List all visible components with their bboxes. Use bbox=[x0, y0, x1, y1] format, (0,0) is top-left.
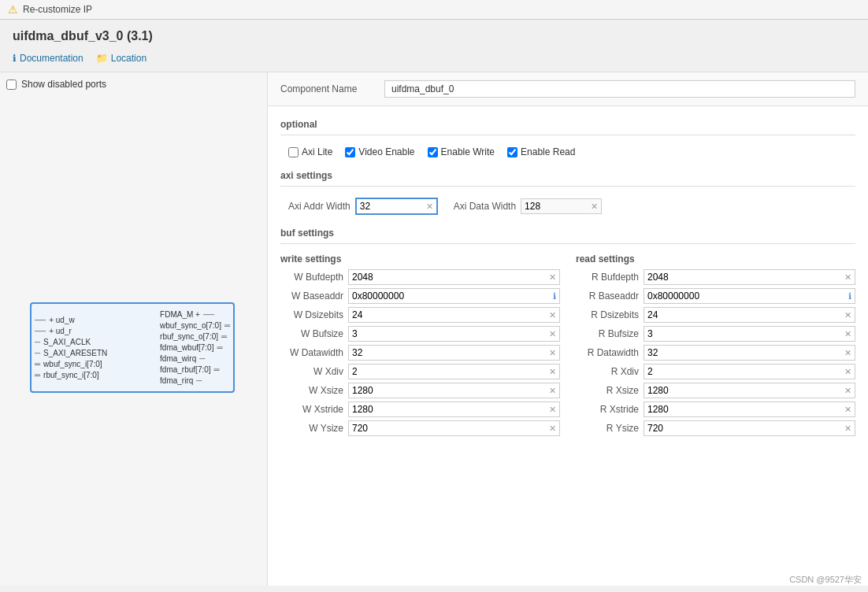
r-bufsize-input[interactable] bbox=[647, 328, 841, 339]
axi-lite-checkbox[interactable] bbox=[288, 147, 299, 157]
w-ysize-label: W Ysize bbox=[280, 423, 343, 434]
r-bufsize-label: R Bufsize bbox=[576, 328, 639, 339]
r-xdiv-input[interactable] bbox=[647, 366, 841, 377]
w-ysize-input-wrapper: ✕ bbox=[348, 420, 560, 436]
w-baseaddr-input[interactable] bbox=[352, 290, 550, 302]
r-xdiv-input-wrapper: ✕ bbox=[644, 364, 855, 379]
r-xdiv-row: R Xdiv ✕ bbox=[576, 364, 855, 379]
w-dsizebits-row: W Dsizebits ✕ bbox=[280, 307, 560, 323]
w-bufdepth-input-wrapper: ✕ bbox=[348, 269, 560, 285]
r-xsize-input[interactable] bbox=[647, 385, 841, 396]
axi-addr-width-group: Axi Addr Width ✕ bbox=[288, 198, 438, 215]
r-xstride-input[interactable] bbox=[647, 404, 841, 415]
r-baseaddr-info[interactable]: ℹ bbox=[848, 291, 851, 302]
r-ysize-input[interactable] bbox=[647, 423, 841, 434]
info-icon: ℹ bbox=[13, 53, 17, 64]
w-baseaddr-label: W Baseaddr bbox=[280, 290, 343, 302]
enable-write-checkbox[interactable] bbox=[428, 147, 438, 157]
w-bufsize-input[interactable] bbox=[352, 328, 546, 339]
r-bufdepth-clear[interactable]: ✕ bbox=[844, 272, 851, 283]
component-name-bar: Component Name bbox=[268, 72, 868, 106]
w-dsizebits-input[interactable] bbox=[352, 309, 546, 320]
w-ysize-clear[interactable]: ✕ bbox=[549, 424, 556, 434]
header: uifdma_dbuf_v3_0 (3.1) ℹ Documentation 📁… bbox=[0, 20, 868, 72]
r-xsize-clear[interactable]: ✕ bbox=[844, 386, 851, 396]
axi-settings-section-header: axi settings bbox=[280, 165, 855, 187]
enable-read-checkbox[interactable] bbox=[507, 147, 517, 157]
r-datawidth-input[interactable] bbox=[647, 347, 841, 358]
r-bufsize-clear[interactable]: ✕ bbox=[844, 329, 851, 339]
checkbox-video-enable: Video Enable bbox=[345, 146, 414, 157]
r-bufdepth-label: R Bufdepth bbox=[576, 272, 639, 283]
ip-location-link[interactable]: 📁 Location bbox=[96, 53, 147, 64]
port-ud-w: ── + ud_w bbox=[35, 316, 107, 324]
port-fdma-wirq: fdma_wirq ─ bbox=[160, 354, 230, 363]
show-disabled-ports-checkbox[interactable] bbox=[6, 80, 17, 90]
write-settings-col: write settings W Bufdepth ✕ W Baseaddr ℹ bbox=[280, 253, 560, 439]
r-datawidth-clear[interactable]: ✕ bbox=[844, 348, 851, 358]
w-xstride-input[interactable] bbox=[352, 404, 546, 415]
r-dsizebits-clear[interactable]: ✕ bbox=[844, 310, 851, 320]
r-bufdepth-input-wrapper: ✕ bbox=[644, 269, 855, 285]
r-dsizebits-row: R Dsizebits ✕ bbox=[576, 307, 855, 323]
w-xdiv-label: W Xdiv bbox=[280, 366, 343, 377]
r-xstride-label: R Xstride bbox=[576, 404, 639, 415]
w-xsize-label: W Xsize bbox=[280, 385, 343, 396]
port-wbuf-sync-i: ═ wbuf_sync_i[7:0] bbox=[35, 360, 107, 368]
r-xstride-row: R Xstride ✕ bbox=[576, 401, 855, 417]
r-xdiv-clear[interactable]: ✕ bbox=[844, 367, 851, 377]
w-dsizebits-clear[interactable]: ✕ bbox=[549, 310, 556, 320]
w-bufdepth-label: W Bufdepth bbox=[280, 272, 343, 283]
r-baseaddr-row: R Baseaddr ℹ bbox=[576, 288, 855, 304]
axi-settings-row: Axi Addr Width ✕ Axi Data Width ✕ bbox=[280, 193, 855, 223]
port-saxi-aclk: ─ S_AXI_ACLK bbox=[35, 338, 107, 346]
axi-data-width-input[interactable] bbox=[525, 201, 588, 212]
video-enable-checkbox[interactable] bbox=[345, 147, 355, 157]
r-dsizebits-input-wrapper: ✕ bbox=[644, 307, 855, 323]
w-xsize-clear[interactable]: ✕ bbox=[549, 386, 556, 396]
w-xstride-clear[interactable]: ✕ bbox=[549, 405, 556, 415]
documentation-link[interactable]: ℹ Documentation bbox=[13, 53, 83, 64]
left-ports: ── + ud_w ── + ud_r ─ S_AXI_ACLK ─ S_AXI… bbox=[35, 316, 107, 379]
port-fdma-rbuf: fdma_rbuf[7:0] ═ bbox=[160, 365, 230, 374]
read-settings-header: read settings bbox=[576, 253, 855, 265]
r-dsizebits-label: R Dsizebits bbox=[576, 309, 639, 320]
w-dsizebits-label: W Dsizebits bbox=[280, 309, 343, 320]
w-xdiv-clear[interactable]: ✕ bbox=[549, 367, 556, 377]
component-name-input[interactable] bbox=[384, 80, 855, 98]
port-saxi-aresetn: ─ S_AXI_ARESETN bbox=[35, 349, 107, 357]
axi-addr-width-input[interactable] bbox=[360, 201, 423, 212]
w-bufsize-clear[interactable]: ✕ bbox=[549, 329, 556, 339]
right-panel: Component Name optional Axi Lite Video E… bbox=[268, 72, 868, 586]
r-baseaddr-label: R Baseaddr bbox=[576, 290, 639, 302]
w-baseaddr-info[interactable]: ℹ bbox=[553, 291, 556, 302]
w-xdiv-row: W Xdiv ✕ bbox=[280, 364, 560, 379]
r-dsizebits-input[interactable] bbox=[647, 309, 841, 320]
axi-addr-width-clear[interactable]: ✕ bbox=[426, 202, 433, 212]
w-datawidth-input-wrapper: ✕ bbox=[348, 345, 560, 361]
port-ud-r: ── + ud_r bbox=[35, 327, 107, 335]
optional-section-header: optional bbox=[280, 114, 855, 135]
w-bufdepth-clear[interactable]: ✕ bbox=[549, 272, 556, 283]
port-wbuf-sync-o: wbuf_sync_o[7:0] ═ bbox=[160, 321, 230, 330]
r-xstride-clear[interactable]: ✕ bbox=[844, 405, 851, 415]
w-datawidth-input[interactable] bbox=[352, 347, 546, 358]
main-layout: Show disabled ports ── + ud_w ── + ud_r … bbox=[0, 72, 868, 586]
port-fdma-m: FDMA_M + ── bbox=[160, 310, 230, 319]
r-ysize-row: R Ysize ✕ bbox=[576, 420, 855, 436]
w-xsize-input[interactable] bbox=[352, 385, 546, 396]
r-bufdepth-input[interactable] bbox=[647, 272, 841, 283]
w-xstride-input-wrapper: ✕ bbox=[348, 401, 560, 417]
w-datawidth-clear[interactable]: ✕ bbox=[549, 348, 556, 358]
r-baseaddr-input-wrapper: ℹ bbox=[644, 288, 855, 304]
r-ysize-clear[interactable]: ✕ bbox=[844, 424, 851, 434]
w-ysize-input[interactable] bbox=[352, 423, 546, 434]
w-bufdepth-input[interactable] bbox=[352, 272, 546, 283]
buf-settings-section-header: buf settings bbox=[280, 223, 855, 244]
r-baseaddr-input[interactable] bbox=[647, 290, 845, 302]
component-name-label: Component Name bbox=[280, 83, 375, 94]
axi-data-width-clear[interactable]: ✕ bbox=[591, 202, 598, 212]
left-panel: Show disabled ports ── + ud_w ── + ud_r … bbox=[0, 72, 268, 586]
w-xdiv-input[interactable] bbox=[352, 366, 546, 377]
page-title: uifdma_dbuf_v3_0 (3.1) bbox=[13, 29, 855, 43]
